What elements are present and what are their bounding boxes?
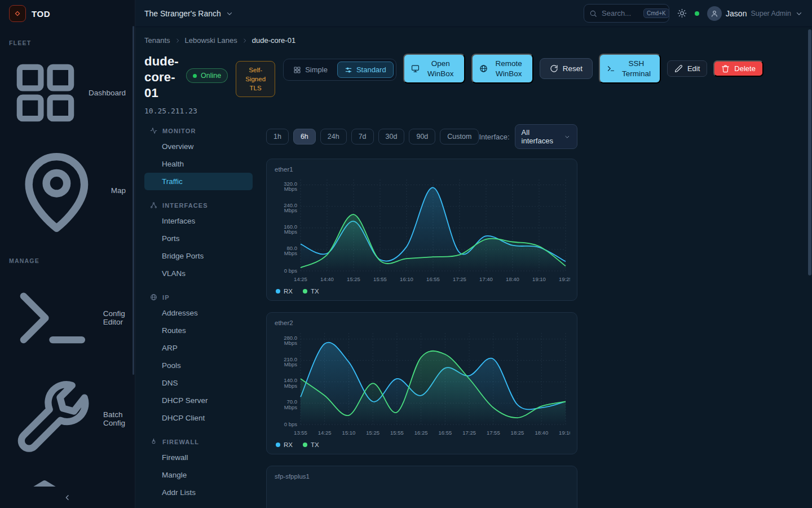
sidebar-item-dashboard[interactable]: Dashboard [0,50,135,136]
breadcrumb-item-tenants[interactable]: Tenants [144,36,170,45]
svg-text:15:25: 15:25 [347,276,360,282]
interface-select-value: All interfaces [522,128,559,145]
legend-dot-icon [276,289,280,294]
view-toggle-standard[interactable]: Standard [337,62,394,78]
tenant-selector[interactable]: The Stranger's Ranch [144,9,233,18]
status-badge: Online [186,68,228,83]
chart-legend: RXTX [275,441,569,448]
chart-controls: 1h6h24h7d30d90dCustom Interface: All int… [266,124,577,149]
subnav-item-dhcp-client[interactable]: DHCP Client [144,409,253,427]
range-pill-24h[interactable]: 24h [320,129,347,144]
chart-title: ether2 [275,319,569,326]
interface-select[interactable]: All interfaces [515,124,577,149]
globe-icon [150,294,157,301]
subnav-item-vlans[interactable]: VLANs [144,265,253,282]
subnav-item-addr-lists[interactable]: Addr Lists [144,484,253,501]
chevron-right-icon [174,37,181,44]
sidebar-collapse-button[interactable] [0,487,135,508]
sidebar: TOD FLEETDashboardMapMANAGEConfig Editor… [0,0,135,508]
user-icon [710,10,718,17]
online-dot-icon [193,74,197,78]
delete-button[interactable]: Delete [713,60,764,77]
button-label: Delete [734,64,756,73]
button-label: Remote WinBox [492,59,526,78]
traffic-chart-svg [275,481,570,508]
toggle-label: Standard [356,65,386,74]
subnav-item-traffic[interactable]: Traffic [144,173,253,190]
subnav-item-routes[interactable]: Routes [144,322,253,339]
flame-icon [150,438,157,445]
time-range-pills: 1h6h24h7d30d90dCustom [266,129,479,144]
sidebar-item-label: Map [111,186,126,195]
legend-rx: RX [276,288,293,295]
edit-button[interactable]: Edit [667,60,707,77]
network-icon [150,202,157,209]
breadcrumb-item-lebowski-lanes[interactable]: Lebowski Lanes [185,36,237,45]
subnav-group-header: IP [144,290,253,304]
svg-text:16:10: 16:10 [400,276,413,282]
sidebar-scrollbar[interactable] [133,26,134,375]
range-pill-custom[interactable]: Custom [440,129,479,144]
range-pill-30d[interactable]: 30d [378,129,405,144]
subnav-item-firewall[interactable]: Firewall [144,449,253,466]
breadcrumb-item-dude-core-01: dude-core-01 [252,36,295,45]
svg-text:16:55: 16:55 [426,276,440,282]
globe-icon [479,64,488,73]
range-pill-7d[interactable]: 7d [351,129,374,144]
content: TenantsLebowski Lanesdude-core-01 dude-c… [135,27,812,508]
subnav-item-mangle[interactable]: Mangle [144,466,253,484]
open-winbox-button[interactable]: Open WinBox [403,54,465,84]
subnav-item-overview[interactable]: Overview [144,138,253,155]
terminal-icon [607,64,615,73]
svg-text:19:10: 19:10 [532,276,546,282]
traffic-chart-card-sfp-sfpplus1: sfp-sfpplus1 [266,466,577,508]
range-pill-1h[interactable]: 1h [266,129,289,144]
subnav-item-ports[interactable]: Ports [144,230,253,247]
subnav-item-dhcp-server[interactable]: DHCP Server [144,392,253,409]
subnav-item-dns[interactable]: DNS [144,374,253,392]
range-pill-90d[interactable]: 90d [409,129,435,144]
device-subnav: MONITOROverviewHealthTrafficINTERFACESIn… [144,123,253,508]
refresh-icon [550,64,558,73]
user-menu[interactable]: Jason Super Admin [707,6,803,21]
svg-text:18:25: 18:25 [511,430,524,436]
page-title: dude-core-01 [144,54,182,101]
wrench-icon [9,375,96,462]
subnav-item-health[interactable]: Health [144,155,253,173]
svg-text:19:10: 19:10 [559,430,570,436]
subnav-group-ip: IPAddressesRoutesARPPoolsDNSDHCP ServerD… [144,290,253,427]
avatar [707,6,722,21]
interface-filter: Interface: All interfaces [479,124,577,149]
svg-text:13:55: 13:55 [294,430,307,436]
view-toggle-simple[interactable]: Simple [286,62,335,78]
subnav-item-interfaces[interactable]: Interfaces [144,212,253,230]
sidebar-item-label: Dashboard [89,89,126,97]
sidebar-item-config-editor[interactable]: Config Editor [0,268,135,369]
sidebar-item-map[interactable]: Map [0,136,135,245]
traffic-chart-svg: 280.0Mbps210.0Mbps140.0Mbps70.0Mbps0 bps… [275,327,570,439]
reset-button[interactable]: Reset [540,58,593,79]
svg-text:210.0Mbps: 210.0Mbps [284,356,297,368]
subnav-item-arp[interactable]: ARP [144,339,253,357]
page-scrollbar[interactable] [808,29,811,506]
range-pill-6h[interactable]: 6h [293,129,316,144]
ssh-terminal-button[interactable]: SSH Terminal [599,54,661,84]
theme-toggle-sun-icon[interactable] [677,8,687,18]
subnav-group-header: INTERFACES [144,198,253,212]
search-input[interactable] [602,9,639,17]
subnav-item-pools[interactable]: Pools [144,357,253,374]
app-logo [9,5,26,22]
sliders-icon [345,66,352,74]
subnav-item-bridge-ports[interactable]: Bridge Ports [144,247,253,265]
topbar: The Stranger's Ranch Cmd+K Jason Super A… [135,0,812,27]
svg-text:160.0Mbps: 160.0Mbps [284,224,297,235]
subnav-item-addresses[interactable]: Addresses [144,304,253,322]
tls-badge: Self-Signed TLS [236,61,275,97]
button-label: SSH Terminal [620,59,653,78]
sidebar-item-batch-config[interactable]: Batch Config [0,368,135,469]
user-name: Jason [726,9,747,18]
page-scrollbar-thumb[interactable] [808,29,811,275]
status-label: Online [201,72,221,80]
legend-tx: TX [303,441,319,448]
remote-winbox-button[interactable]: Remote WinBox [471,54,533,84]
